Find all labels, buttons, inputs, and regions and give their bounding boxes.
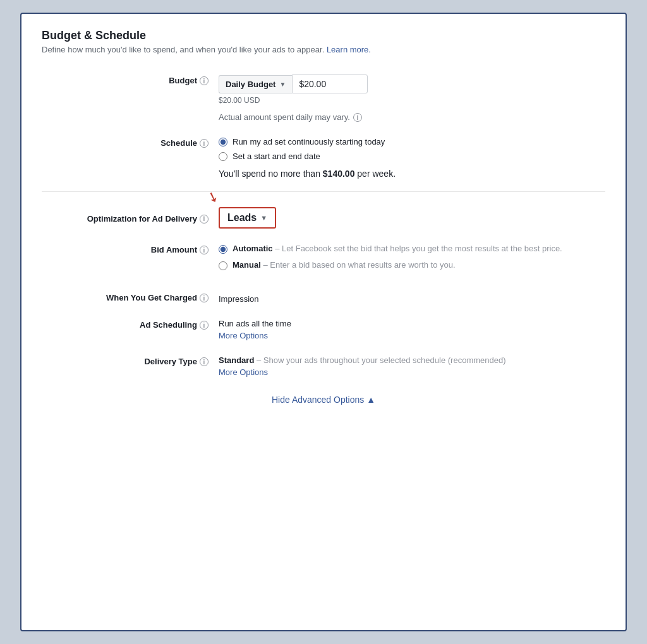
daily-note: Actual amount spent daily may vary. i [219, 112, 605, 122]
budget-type-chevron: ▼ [279, 81, 286, 88]
hide-advanced-link[interactable]: Hide Advanced Options ▲ [272, 395, 375, 405]
ad-scheduling-value: Run ads all the time [219, 319, 605, 328]
budget-schedule-card: Budget & Schedule Define how much you'd … [20, 13, 627, 631]
delivery-type-label: Delivery Type i [42, 353, 219, 366]
bid-amount-row: Bid Amount i Automatic – Let Facebook se… [42, 241, 605, 277]
ad-scheduling-label: Ad Scheduling i [42, 316, 219, 330]
bid-automatic-text: Automatic – Let Facebook set the bid tha… [233, 244, 562, 253]
charged-info-icon[interactable]: i [200, 294, 209, 302]
delivery-type-row: Delivery Type i Standard – Show your ads… [42, 353, 605, 377]
delivery-info-icon[interactable]: i [200, 357, 209, 366]
hide-advanced-section: Hide Advanced Options ▲ [42, 395, 605, 405]
section-divider [42, 191, 605, 192]
page-subtitle: Define how much you'd like to spend, and… [42, 45, 605, 54]
schedule-radio2[interactable] [219, 152, 227, 161]
when-charged-row: When You Get Charged i Impression [42, 289, 605, 304]
budget-row: Budget i Daily Budget ▼ $20.00 USD Actua… [42, 72, 605, 122]
when-charged-content: Impression [219, 289, 605, 304]
budget-currency: $20.00 USD [219, 96, 605, 105]
schedule-radio1[interactable] [219, 138, 227, 146]
budget-content: Daily Budget ▼ $20.00 USD Actual amount … [219, 72, 605, 122]
budget-label: Budget i [42, 72, 219, 85]
page-title: Budget & Schedule [42, 29, 605, 42]
optimization-label: Optimization for Ad Delivery i [42, 210, 219, 224]
charged-value: Impression [219, 292, 605, 304]
arrow-container: ➘ Leads ▼ [219, 207, 605, 229]
ad-scheduling-content: Run ads all the time More Options [219, 316, 605, 340]
schedule-option1[interactable]: Run my ad set continuously starting toda… [219, 137, 605, 146]
delivery-type-content: Standard – Show your ads throughout your… [219, 353, 605, 377]
budget-info-icon[interactable]: i [200, 76, 209, 85]
ad-scheduling-more-options[interactable]: More Options [219, 331, 605, 340]
scheduling-info-icon[interactable]: i [200, 321, 209, 330]
schedule-option2[interactable]: Set a start and end date [219, 152, 605, 161]
budget-type-dropdown[interactable]: Daily Budget ▼ [219, 75, 292, 93]
schedule-row: Schedule i Run my ad set continuously st… [42, 134, 605, 179]
delivery-more-options[interactable]: More Options [219, 367, 605, 377]
bid-manual-option: Manual – Enter a bid based on what resul… [219, 260, 605, 270]
bid-amount-content: Automatic – Let Facebook set the bid tha… [219, 241, 605, 277]
bid-info-icon[interactable]: i [200, 246, 209, 254]
spend-note: You'll spend no more than $140.00 per we… [219, 169, 605, 179]
ad-scheduling-row: Ad Scheduling i Run ads all the time Mor… [42, 316, 605, 340]
leads-chevron: ▼ [260, 214, 267, 222]
subtitle-text: Define how much you'd like to spend, and… [42, 45, 324, 54]
bid-automatic-option: Automatic – Let Facebook set the bid tha… [219, 244, 605, 254]
bid-radio-manual[interactable] [219, 261, 227, 270]
budget-controls: Daily Budget ▼ [219, 75, 605, 93]
optimization-info-icon[interactable]: i [200, 215, 209, 224]
delivery-type-text: Standard – Show your ads throughout your… [219, 355, 605, 365]
when-charged-label: When You Get Charged i [42, 289, 219, 302]
learn-more-link[interactable]: Learn more. [327, 45, 371, 54]
schedule-content: Run my ad set continuously starting toda… [219, 134, 605, 179]
schedule-label: Schedule i [42, 134, 219, 148]
daily-note-info-icon[interactable]: i [353, 113, 362, 122]
optimization-row: Optimization for Ad Delivery i ➘ Leads ▼ [42, 205, 605, 229]
bid-manual-text: Manual – Enter a bid based on what resul… [233, 260, 456, 270]
bid-amount-label: Bid Amount i [42, 241, 219, 254]
section-header: Budget & Schedule Define how much you'd … [42, 29, 605, 54]
leads-dropdown[interactable]: Leads ▼ [219, 207, 276, 229]
schedule-info-icon[interactable]: i [200, 139, 209, 148]
bid-radio-automatic[interactable] [219, 245, 227, 254]
budget-amount-input[interactable] [292, 75, 368, 93]
optimization-content: ➘ Leads ▼ [219, 205, 605, 229]
